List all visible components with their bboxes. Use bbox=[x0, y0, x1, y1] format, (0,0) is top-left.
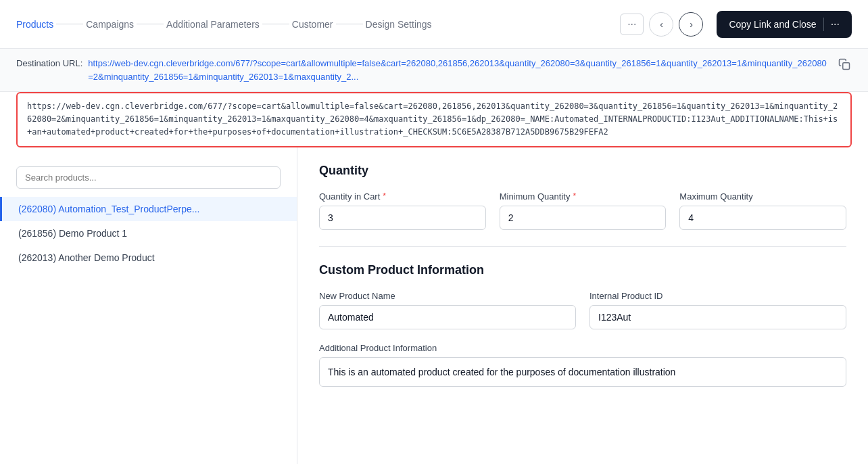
internal-product-id-input[interactable] bbox=[589, 305, 846, 329]
additional-info-group: Additional Product Information bbox=[319, 343, 846, 387]
internal-product-id-group: Internal Product ID bbox=[589, 291, 846, 329]
product-list-item-1[interactable]: (261856) Demo Product 1 bbox=[0, 221, 297, 246]
copy-url-button[interactable] bbox=[837, 57, 852, 74]
quantity-field-row: Quantity in Cart * Minimum Quantity * Ma… bbox=[319, 191, 846, 230]
max-qty-label: Maximum Quantity bbox=[679, 191, 846, 202]
nav-separator-3 bbox=[262, 24, 289, 24]
quantity-section-title: Quantity bbox=[319, 164, 846, 178]
qty-in-cart-required: * bbox=[383, 191, 386, 201]
copy-link-close-button[interactable]: Copy Link and Close ··· bbox=[717, 11, 852, 38]
more-options-button[interactable]: ··· bbox=[620, 14, 644, 35]
next-step-button[interactable]: › bbox=[679, 12, 703, 37]
qty-in-cart-input[interactable] bbox=[319, 206, 486, 230]
url-label: Destination URL: bbox=[16, 58, 82, 68]
internal-product-id-label: Internal Product ID bbox=[589, 291, 846, 301]
nav-step-additional-parameters[interactable]: Additional Parameters bbox=[166, 19, 260, 30]
min-qty-required: * bbox=[573, 191, 576, 201]
nav-step-design-settings[interactable]: Design Settings bbox=[366, 19, 432, 30]
min-qty-group: Minimum Quantity * bbox=[500, 191, 667, 230]
nav-steps: Products Campaigns Additional Parameters… bbox=[16, 19, 614, 30]
qty-in-cart-group: Quantity in Cart * bbox=[319, 191, 486, 230]
svg-rect-0 bbox=[843, 63, 850, 70]
section-divider bbox=[319, 246, 846, 247]
new-product-name-input[interactable] bbox=[319, 305, 576, 329]
button-divider bbox=[823, 18, 824, 31]
right-panel: Quantity Quantity in Cart * Minimum Quan… bbox=[297, 147, 868, 464]
url-bar: Destination URL: https://web-dev.cgn.cle… bbox=[0, 49, 868, 92]
nav-separator-4 bbox=[336, 24, 363, 24]
max-qty-group: Maximum Quantity bbox=[679, 191, 846, 230]
search-box-wrapper bbox=[0, 158, 297, 197]
top-nav: Products Campaigns Additional Parameters… bbox=[0, 0, 868, 49]
nav-step-products[interactable]: Products bbox=[16, 19, 53, 30]
qty-in-cart-label: Quantity in Cart * bbox=[319, 191, 486, 202]
product-list-item-2[interactable]: (262013) Another Demo Product bbox=[0, 246, 297, 270]
main-content: (262080) Automation_Test_ProductPerpe...… bbox=[0, 147, 868, 464]
nav-more-controls: ··· ‹ › Copy Link and Close ··· bbox=[620, 11, 852, 38]
url-full-textbox[interactable]: https://web-dev.cgn.cleverbridge.com/677… bbox=[16, 92, 852, 147]
nav-separator-1 bbox=[56, 24, 83, 24]
nav-separator-2 bbox=[137, 24, 164, 24]
additional-info-label: Additional Product Information bbox=[319, 343, 846, 353]
custom-product-name-row: New Product Name Internal Product ID bbox=[319, 291, 846, 329]
product-list-item-0[interactable]: (262080) Automation_Test_ProductPerpe... bbox=[0, 197, 297, 221]
prev-step-button[interactable]: ‹ bbox=[649, 12, 673, 37]
new-product-name-label: New Product Name bbox=[319, 291, 576, 301]
min-qty-label: Minimum Quantity * bbox=[500, 191, 667, 202]
nav-step-customer[interactable]: Customer bbox=[292, 19, 333, 30]
max-qty-input[interactable] bbox=[679, 206, 846, 230]
min-qty-input[interactable] bbox=[500, 206, 667, 230]
nav-step-campaigns[interactable]: Campaigns bbox=[86, 19, 134, 30]
custom-product-section-title: Custom Product Information bbox=[319, 263, 846, 277]
destination-url: https://web-dev.cgn.cleverbridge.com/677… bbox=[88, 57, 831, 83]
product-list-panel: (262080) Automation_Test_ProductPerpe...… bbox=[0, 147, 297, 464]
additional-info-input[interactable] bbox=[319, 357, 846, 387]
new-product-name-group: New Product Name bbox=[319, 291, 576, 329]
product-search-input[interactable] bbox=[16, 166, 281, 189]
